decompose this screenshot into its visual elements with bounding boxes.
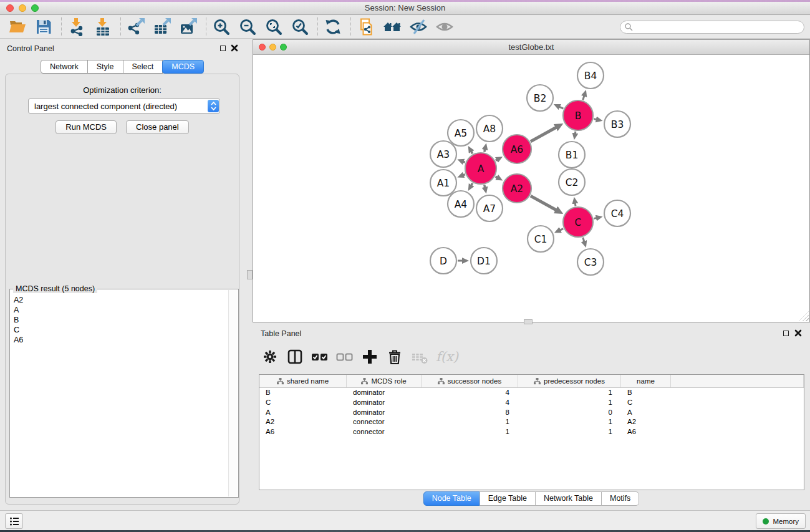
edge-C-C2[interactable] [575, 203, 576, 206]
table-cell[interactable]: 8 [422, 408, 518, 418]
close-panel-button[interactable]: Close panel [126, 120, 189, 134]
edge-B-B3[interactable] [594, 119, 596, 120]
search-input[interactable] [634, 23, 804, 32]
tab-motifs[interactable]: Motifs [601, 491, 639, 506]
zoom-fit-button[interactable] [263, 17, 284, 37]
first-neighbors-button[interactable] [382, 17, 403, 37]
memory-button[interactable]: Memory [756, 513, 806, 529]
table-row[interactable]: A2connector11A2 [259, 417, 804, 427]
zoom-window-button[interactable] [31, 4, 39, 12]
table-cell[interactable]: A6 [621, 427, 671, 437]
edge-A-A8[interactable] [485, 149, 485, 152]
table-cell[interactable]: connector [347, 417, 422, 427]
refresh-button[interactable] [322, 17, 344, 37]
mcds-result-item[interactable]: C [11, 325, 228, 335]
column-header-predecessor-nodes[interactable]: predecessor nodes [518, 375, 621, 387]
table-cell[interactable]: A6 [259, 427, 347, 437]
hide-selected-button[interactable] [408, 17, 429, 37]
delete-column-button[interactable] [383, 347, 406, 367]
edge-A-A6[interactable] [496, 160, 497, 160]
show-all-button[interactable] [434, 17, 455, 37]
minimize-window-button[interactable] [19, 4, 26, 12]
deselect-all-button[interactable] [334, 347, 356, 367]
edge-A2-C[interactable] [531, 196, 556, 210]
close-table-panel-icon[interactable] [794, 329, 802, 337]
table-row[interactable]: Adominator80A [259, 408, 804, 418]
edge-A6-B[interactable] [531, 127, 556, 142]
table-cell[interactable]: 1 [518, 388, 621, 398]
open-file-button[interactable] [7, 17, 28, 37]
table-cell[interactable]: B [621, 388, 671, 398]
tab-edge-table[interactable]: Edge Table [480, 491, 536, 506]
network-minimize-button[interactable] [269, 44, 276, 51]
table-settings-button[interactable] [259, 347, 281, 367]
zoom-selected-button[interactable] [289, 17, 311, 37]
column-header-successor-nodes[interactable]: successor nodes [422, 375, 518, 387]
column-header-name[interactable]: name [621, 375, 671, 387]
select-all-button[interactable] [309, 347, 331, 367]
table-cell[interactable]: 1 [518, 398, 621, 408]
table-row[interactable]: Cdominator41C [259, 398, 804, 408]
table-cell[interactable]: A [259, 408, 347, 418]
export-table-button[interactable] [152, 17, 173, 37]
mcds-result-item[interactable]: B [11, 315, 228, 325]
search-field[interactable] [620, 21, 804, 34]
column-header-MCDS-role[interactable]: MCDS role [347, 375, 422, 387]
edge-B-B2[interactable] [559, 107, 563, 109]
table-cell[interactable]: C [621, 398, 671, 408]
save-session-button[interactable] [33, 17, 54, 37]
export-network-button[interactable] [125, 17, 147, 37]
task-history-button[interactable] [5, 513, 23, 529]
column-header-shared-name[interactable]: shared name [259, 375, 347, 387]
function-builder-button[interactable]: f(x) [433, 347, 461, 367]
close-panel-icon[interactable] [231, 44, 238, 52]
tab-network-table[interactable]: Network Table [535, 491, 602, 506]
duplicate-network-button[interactable] [355, 17, 377, 37]
table-cell[interactable]: C [259, 398, 347, 408]
tab-node-table[interactable]: Node Table [423, 491, 480, 506]
tab-style[interactable]: Style [87, 60, 123, 74]
float-table-panel-icon[interactable] [783, 331, 789, 336]
mcds-result-item[interactable]: A2 [11, 295, 228, 305]
splitter-handle-left[interactable] [247, 270, 253, 279]
run-mcds-button[interactable]: Run MCDS [55, 120, 117, 134]
table-cell[interactable]: A2 [621, 417, 671, 427]
edge-C-C1[interactable] [560, 229, 563, 230]
edge-A-A7[interactable] [485, 185, 485, 187]
network-close-button[interactable] [259, 44, 266, 51]
table-cell[interactable]: 1 [518, 427, 621, 437]
criterion-dropdown[interactable]: largest connected component (directed) [28, 99, 220, 114]
delete-table-button[interactable] [408, 347, 431, 367]
edge-A-A4[interactable] [471, 183, 473, 186]
table-cell[interactable]: 1 [422, 417, 518, 427]
table-cell[interactable]: A2 [259, 417, 347, 427]
table-cell[interactable]: dominator [347, 408, 422, 418]
edge-A-A3[interactable] [463, 162, 465, 162]
table-cell[interactable]: 4 [422, 398, 518, 408]
table-cell[interactable]: A [621, 408, 671, 418]
tab-mcds[interactable]: MCDS [162, 60, 204, 74]
table-cell[interactable]: dominator [347, 398, 422, 408]
edge-A-A1[interactable] [463, 175, 465, 175]
network-canvas[interactable]: B4B2BB3A5A8A6A3B1AA1C2A2A4A7C4CC1C3DD1 [253, 56, 809, 322]
zoom-out-button[interactable] [237, 17, 258, 37]
table-cell[interactable]: 4 [422, 388, 518, 398]
table-cell[interactable]: dominator [347, 388, 422, 398]
mcds-result-item[interactable]: A6 [11, 335, 228, 345]
table-cell[interactable]: connector [347, 427, 422, 437]
network-zoom-button[interactable] [280, 44, 287, 51]
table-cell[interactable]: B [259, 388, 347, 398]
edge-C-C4[interactable] [594, 218, 596, 218]
edge-A-A2[interactable] [496, 177, 498, 178]
table-cell[interactable]: 1 [422, 427, 518, 437]
table-row[interactable]: Bdominator41B [259, 388, 804, 398]
table-row[interactable]: A6connector11A6 [259, 427, 804, 437]
tab-network[interactable]: Network [41, 60, 88, 74]
table-column-panel-button[interactable] [284, 347, 306, 367]
splitter-handle-bottom[interactable] [524, 319, 533, 324]
table-cell[interactable]: 0 [518, 408, 621, 418]
edge-C-C3[interactable] [583, 238, 584, 242]
edge-B-B4[interactable] [583, 95, 584, 100]
table-cell[interactable]: 1 [518, 417, 621, 427]
import-table-button[interactable] [92, 17, 113, 37]
